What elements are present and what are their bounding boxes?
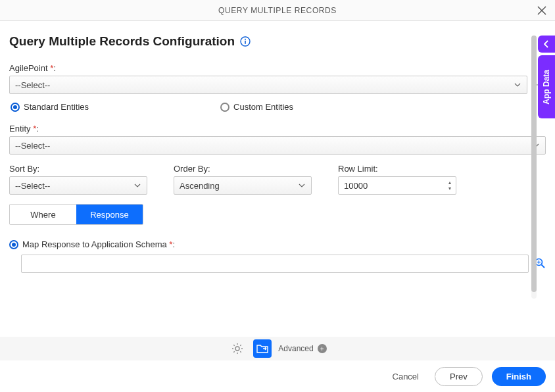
svg-line-8: [542, 264, 545, 268]
chevron-down-icon: [131, 178, 144, 193]
agilepoint-select-value: --Select--: [15, 80, 50, 90]
entity-select[interactable]: --Select--: [9, 136, 546, 155]
close-icon: [537, 6, 546, 15]
advanced-label: Advanced: [278, 344, 313, 353]
plus-circle-icon: +: [318, 344, 327, 353]
export-button[interactable]: [253, 339, 272, 358]
settings-button[interactable]: [228, 339, 247, 358]
bottom-toolbar: Advanced +: [0, 337, 555, 360]
gear-icon: [231, 343, 243, 355]
agilepoint-label: AgilePoint *:: [9, 63, 546, 73]
chevron-down-icon: [511, 78, 524, 92]
sortby-select-value: --Select--: [15, 181, 50, 191]
footer: Cancel Prev Finish: [0, 360, 555, 392]
rowlimit-input[interactable]: 10000 ▴ ▾: [338, 176, 456, 195]
page-title: Query Multiple Records Configuration: [9, 34, 235, 49]
cancel-button[interactable]: Cancel: [386, 368, 425, 385]
side-panel-toggle[interactable]: [538, 36, 555, 53]
rowlimit-value: 10000: [344, 181, 368, 191]
sortby-select[interactable]: --Select--: [9, 176, 147, 195]
orderby-select[interactable]: Ascending: [174, 176, 312, 195]
tab-where[interactable]: Where: [10, 205, 76, 224]
entity-type-radios: Standard Entities Custom Entities: [9, 102, 546, 112]
map-response-input[interactable]: [21, 255, 529, 273]
where-response-tabs: Where Response: [9, 204, 143, 225]
required-mark: *: [33, 124, 36, 134]
rowlimit-label: Row Limit:: [338, 164, 456, 174]
rowlimit-spinner: ▴ ▾: [445, 178, 454, 193]
map-response-row: Map Response to Application Schema *:: [9, 239, 546, 249]
svg-point-11: [235, 347, 239, 351]
orderby-label: Order By:: [174, 164, 312, 174]
custom-entities-label: Custom Entities: [233, 102, 293, 112]
required-mark: *: [50, 63, 53, 73]
svg-line-19: [241, 345, 241, 345]
map-response-radio[interactable]: Map Response to Application Schema *:: [9, 239, 175, 249]
info-icon[interactable]: [240, 36, 251, 47]
standard-entities-radio[interactable]: Standard Entities: [11, 102, 89, 112]
entity-label: Entity *:: [9, 124, 546, 134]
advanced-toggle[interactable]: Advanced +: [278, 344, 326, 353]
standard-entities-label: Standard Entities: [24, 102, 89, 112]
svg-line-16: [234, 345, 235, 345]
svg-rect-4: [245, 41, 246, 44]
chevron-down-icon: [295, 178, 308, 193]
page-title-row: Query Multiple Records Configuration: [9, 34, 546, 49]
scrollbar[interactable]: [531, 36, 537, 299]
scrollbar-thumb[interactable]: [531, 36, 537, 292]
prev-button[interactable]: Prev: [435, 367, 483, 386]
titlebar: QUERY MULTIPLE RECORDS: [0, 0, 555, 21]
finish-button[interactable]: Finish: [492, 367, 546, 386]
chevron-left-icon: [544, 40, 549, 48]
custom-entities-radio[interactable]: Custom Entities: [220, 102, 293, 112]
radio-icon: [11, 103, 20, 112]
side-panel-label: App Data: [542, 70, 551, 105]
svg-point-3: [245, 39, 246, 40]
entity-select-value: --Select--: [15, 141, 50, 151]
spinner-up[interactable]: ▴: [445, 180, 454, 185]
titlebar-text: QUERY MULTIPLE RECORDS: [218, 6, 337, 15]
svg-line-18: [234, 351, 235, 352]
radio-icon: [220, 103, 229, 112]
main-content: Query Multiple Records Configuration Agi…: [0, 21, 555, 337]
close-button[interactable]: [534, 3, 550, 18]
agilepoint-select[interactable]: --Select--: [9, 76, 527, 94]
folder-export-icon: [256, 343, 268, 354]
orderby-select-value: Ascending: [180, 181, 220, 191]
spinner-down[interactable]: ▾: [445, 186, 454, 191]
map-response-label: Map Response to Application Schema *:: [22, 239, 175, 249]
radio-icon: [9, 240, 18, 249]
sort-order-limit-row: Sort By: --Select-- Order By: Ascending …: [9, 164, 546, 195]
sortby-label: Sort By:: [9, 164, 147, 174]
svg-line-17: [241, 351, 241, 352]
tab-response[interactable]: Response: [76, 205, 143, 224]
side-panel-tab[interactable]: App Data: [538, 55, 555, 118]
